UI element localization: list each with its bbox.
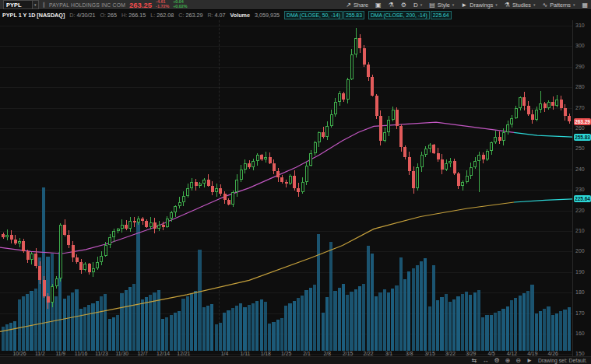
zoom-in-icon[interactable]: ⊕ — [505, 357, 511, 364]
candle — [83, 264, 86, 270]
ohlc-field-label: H: — [121, 12, 128, 19]
date-axis-tick: 12/7 — [132, 351, 153, 356]
candle — [96, 262, 99, 268]
price-change: -4.61 -1.72% — [156, 0, 169, 9]
candle — [260, 155, 263, 159]
candle — [240, 170, 243, 180]
style-button[interactable]: ▤Style▾ — [429, 2, 454, 9]
candle — [531, 114, 534, 121]
date-axis-tick: 11/16 — [70, 351, 92, 356]
candle — [162, 225, 165, 227]
patterns-button[interactable]: ∿Patterns▾ — [542, 2, 575, 9]
panel-button[interactable]: ▣ — [375, 2, 382, 9]
candle — [293, 176, 296, 188]
candle — [350, 54, 354, 79]
candle — [59, 225, 62, 278]
chart-plot-area[interactable]: 10/2611/211/911/1611/2311/3012/712/1412/… — [0, 20, 572, 356]
last-price: 263.25 — [129, 1, 152, 9]
candle — [63, 225, 66, 235]
study-indicator[interactable]: DMA (CLOSE, 200, -14)225.64 — [368, 11, 452, 19]
ohlc-field-label: O: — [100, 12, 107, 19]
price-axis-tick: 210 — [575, 228, 585, 233]
date-axis-tick: 10/26 — [9, 351, 30, 356]
date-axis-tick: 1/25 — [276, 351, 297, 356]
symbol-value[interactable]: PYPL — [4, 2, 32, 9]
candle — [18, 241, 21, 243]
symbol-input[interactable]: PYPL ▾ — [3, 0, 39, 9]
candle — [486, 151, 489, 159]
ohlc-field: H: 266.15 — [121, 12, 146, 19]
dma50-price-bubble: 255.83 — [574, 134, 591, 141]
candle — [457, 173, 460, 186]
flexible-grid-button[interactable]: D▾ — [413, 2, 422, 9]
study-indicator[interactable]: DMA (CLOSE, 50, -14)255.83 — [284, 11, 364, 19]
zoom-out-icon[interactable]: ⊖ — [515, 357, 521, 364]
candle — [334, 102, 337, 114]
candle — [43, 280, 46, 296]
ext-change-percent: +0.02% — [173, 5, 187, 9]
cursor-select-icon[interactable]: ► — [526, 357, 533, 364]
grid-icon: ▦ — [582, 2, 588, 9]
symbol-dropdown-button[interactable]: ▾ — [32, 1, 38, 9]
candle — [223, 194, 227, 200]
candle — [322, 132, 325, 136]
candle — [482, 155, 485, 159]
candle — [5, 235, 9, 237]
candle — [133, 221, 136, 223]
drawings-button[interactable]: ►Drawings▾ — [461, 2, 497, 9]
flask-button[interactable]: ⚗ — [389, 2, 394, 9]
chart-title: PYPL 1 Y 1D [NASDAQ] — [2, 12, 65, 19]
chart-settings-gear-icon[interactable]: ⚙ — [494, 357, 499, 364]
candle — [285, 182, 288, 184]
price-axis[interactable]: 3103002902802702602502402302202102001901… — [572, 20, 591, 356]
candle — [449, 161, 452, 163]
candle — [26, 251, 30, 260]
grid-button[interactable]: ▦ — [582, 2, 588, 9]
gear-button[interactable]: ⚙ — [401, 2, 406, 9]
candle — [510, 118, 513, 124]
share-icon: ↗ — [346, 2, 351, 9]
patterns-label: Patterns — [550, 2, 571, 9]
moving-average-lines — [0, 20, 572, 356]
chart-footer-bar: ⇆↔⚙⊕⊖► Drawing set: Default. — [0, 356, 591, 364]
studies-button[interactable]: ⚗Studies▾ — [505, 2, 536, 9]
study-value: 255.83 — [343, 11, 364, 19]
candle — [551, 102, 554, 106]
link-charts-icon[interactable]: ∥ — [43, 2, 46, 8]
candle — [72, 245, 75, 257]
date-axis-tick: 2/15 — [337, 351, 359, 356]
candle — [166, 219, 169, 227]
candle — [387, 120, 390, 132]
candle — [428, 145, 431, 149]
candle — [445, 163, 448, 170]
pan-chart-icon[interactable]: ⇆ — [472, 357, 477, 364]
study-value: 225.64 — [431, 11, 452, 19]
candle — [305, 166, 308, 182]
study-chips: DMA (CLOSE, 50, -14)255.83DMA (CLOSE, 20… — [284, 11, 452, 19]
candle — [408, 157, 411, 171]
candle — [461, 182, 464, 186]
candle — [560, 100, 563, 108]
chevron-down-icon: ▾ — [533, 2, 536, 7]
volume-label: Volume — [230, 12, 250, 19]
candle — [564, 108, 567, 117]
share-label: Share — [354, 2, 368, 9]
date-axis-tick: 4/12 — [501, 351, 522, 356]
share-button[interactable]: ↗Share — [346, 2, 368, 9]
candle — [38, 266, 41, 280]
candle — [178, 202, 181, 206]
price-axis-tick: 200 — [575, 248, 585, 254]
candle — [470, 167, 473, 176]
candle — [51, 286, 54, 303]
ohlc-fields: D: 4/30/21O: 265H: 266.15L: 262.08C: 263… — [69, 12, 225, 19]
fit-width-icon[interactable]: ↔ — [482, 357, 488, 364]
candle — [544, 103, 547, 107]
ohlc-field-value: 266.15 — [128, 12, 146, 19]
candle — [416, 167, 419, 187]
candle — [375, 96, 378, 116]
date-axis-tick: 2/22 — [357, 351, 379, 356]
candle — [202, 180, 206, 184]
candle — [338, 93, 341, 102]
candle — [104, 245, 107, 255]
candle — [256, 155, 259, 161]
